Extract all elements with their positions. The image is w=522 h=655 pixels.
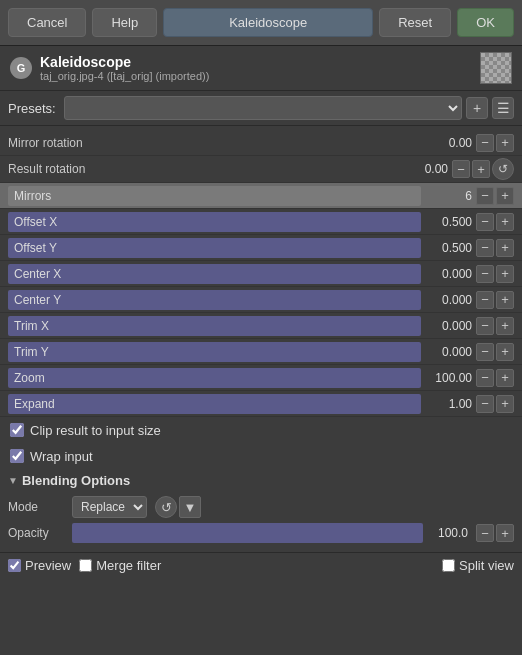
trim-y-minus[interactable]: − [476, 343, 494, 361]
opacity-value[interactable]: 100.0 [427, 526, 472, 540]
trim-x-slider-label[interactable]: Trim X [8, 316, 421, 336]
center-x-controls: − + [476, 265, 514, 283]
blend-mode-row: Mode Replace Normal Multiply Screen Over… [8, 494, 514, 520]
toolbar: Cancel Help Kaleidoscope Reset OK [0, 0, 522, 46]
opacity-plus[interactable]: + [496, 524, 514, 542]
merge-checkbox[interactable] [79, 559, 92, 572]
result-rotation-label: Result rotation [8, 162, 85, 176]
kaleidoscope-button[interactable]: Kaleidoscope [163, 8, 373, 37]
trim-y-plus[interactable]: + [496, 343, 514, 361]
preview-checkbox[interactable] [8, 559, 21, 572]
blending-section-header[interactable]: ▼ Blending Options [0, 469, 522, 492]
center-y-minus[interactable]: − [476, 291, 494, 309]
mirror-rotation-label: Mirror rotation [8, 136, 421, 150]
zoom-controls: − + [476, 369, 514, 387]
preview-label[interactable]: Preview [25, 558, 71, 573]
offset-x-minus[interactable]: − [476, 213, 494, 231]
clip-result-row: Clip result to input size [0, 417, 522, 443]
wrap-input-row: Wrap input [0, 443, 522, 469]
blending-chevron-icon: ▼ [8, 475, 18, 486]
wrap-input-label[interactable]: Wrap input [30, 449, 93, 464]
center-x-slider-label[interactable]: Center X [8, 264, 421, 284]
offset-y-value[interactable]: 0.500 [421, 241, 476, 255]
center-y-slider-label[interactable]: Center Y [8, 290, 421, 310]
reset-button[interactable]: Reset [379, 8, 451, 37]
trim-y-slider-label[interactable]: Trim Y [8, 342, 421, 362]
presets-row: Presets: + ☰ [0, 91, 522, 126]
blending-content: Mode Replace Normal Multiply Screen Over… [0, 492, 522, 548]
footer: Preview Merge filter Split view [0, 552, 522, 578]
clip-result-checkbox[interactable] [10, 423, 24, 437]
offset-y-minus[interactable]: − [476, 239, 494, 257]
mirrors-slider-label[interactable]: Mirrors [8, 186, 421, 206]
result-rotation-minus[interactable]: − [452, 160, 470, 178]
center-x-value[interactable]: 0.000 [421, 267, 476, 281]
offset-x-slider-label[interactable]: Offset X [8, 212, 421, 232]
opacity-minus[interactable]: − [476, 524, 494, 542]
result-rotation-controls: − + ↺ [452, 158, 514, 180]
mirrors-controls: − + [476, 187, 514, 205]
param-row-zoom: Zoom 100.00 − + [0, 365, 522, 391]
expand-plus[interactable]: + [496, 395, 514, 413]
trim-y-value[interactable]: 0.000 [421, 345, 476, 359]
params-panel: Mirror rotation 0.00 − + Result rotation… [0, 126, 522, 552]
merge-label[interactable]: Merge filter [96, 558, 161, 573]
param-row-expand: Expand 1.00 − + [0, 391, 522, 417]
center-y-controls: − + [476, 291, 514, 309]
expand-slider-label[interactable]: Expand [8, 394, 421, 414]
blend-mode-menu-icon[interactable]: ▼ [179, 496, 201, 518]
trim-x-plus[interactable]: + [496, 317, 514, 335]
plugin-title-block: Kaleidoscope taj_orig.jpg-4 ([taj_orig] … [40, 54, 480, 82]
expand-value[interactable]: 1.00 [421, 397, 476, 411]
result-rotation-plus[interactable]: + [472, 160, 490, 178]
blending-section-title: Blending Options [22, 473, 130, 488]
result-rotation-value[interactable]: 0.00 [397, 162, 452, 176]
param-row-center-x: Center X 0.000 − + [0, 261, 522, 287]
center-x-minus[interactable]: − [476, 265, 494, 283]
presets-add-button[interactable]: + [466, 97, 488, 119]
center-y-value[interactable]: 0.000 [421, 293, 476, 307]
presets-select[interactable] [64, 96, 462, 120]
offset-y-slider-label[interactable]: Offset Y [8, 238, 421, 258]
zoom-minus[interactable]: − [476, 369, 494, 387]
ok-button[interactable]: OK [457, 8, 514, 37]
result-rotation-reset[interactable]: ↺ [492, 158, 514, 180]
plugin-name: Kaleidoscope [40, 54, 480, 70]
opacity-slider[interactable] [72, 523, 423, 543]
clip-result-label[interactable]: Clip result to input size [30, 423, 161, 438]
mirrors-minus[interactable]: − [476, 187, 494, 205]
mirror-rotation-value[interactable]: 0.00 [421, 136, 476, 150]
zoom-slider-label[interactable]: Zoom [8, 368, 421, 388]
center-y-plus[interactable]: + [496, 291, 514, 309]
param-row-offset-y: Offset Y 0.500 − + [0, 235, 522, 261]
blend-mode-label: Mode [8, 500, 68, 514]
zoom-value[interactable]: 100.00 [421, 371, 476, 385]
offset-x-plus[interactable]: + [496, 213, 514, 231]
zoom-plus[interactable]: + [496, 369, 514, 387]
trim-x-value[interactable]: 0.000 [421, 319, 476, 333]
thumbnail-preview [480, 52, 512, 84]
blend-mode-reset-icon[interactable]: ↺ [155, 496, 177, 518]
expand-minus[interactable]: − [476, 395, 494, 413]
mirror-rotation-plus[interactable]: + [496, 134, 514, 152]
trim-x-minus[interactable]: − [476, 317, 494, 335]
presets-label: Presets: [8, 101, 56, 116]
center-x-plus[interactable]: + [496, 265, 514, 283]
offset-x-value[interactable]: 0.500 [421, 215, 476, 229]
blend-mode-select[interactable]: Replace Normal Multiply Screen Overlay [72, 496, 147, 518]
mirrors-value[interactable]: 6 [421, 189, 476, 203]
presets-menu-button[interactable]: ☰ [492, 97, 514, 119]
expand-controls: − + [476, 395, 514, 413]
param-row-center-y: Center Y 0.000 − + [0, 287, 522, 313]
param-row-trim-y: Trim Y 0.000 − + [0, 339, 522, 365]
param-row-offset-x: Offset X 0.500 − + ↖ ⊹ [0, 209, 522, 235]
split-label[interactable]: Split view [459, 558, 514, 573]
offset-y-plus[interactable]: + [496, 239, 514, 257]
mirror-rotation-minus[interactable]: − [476, 134, 494, 152]
help-button[interactable]: Help [92, 8, 157, 37]
mirrors-plus[interactable]: + [496, 187, 514, 205]
cancel-button[interactable]: Cancel [8, 8, 86, 37]
plugin-logo: G [10, 57, 32, 79]
split-checkbox[interactable] [442, 559, 455, 572]
wrap-input-checkbox[interactable] [10, 449, 24, 463]
